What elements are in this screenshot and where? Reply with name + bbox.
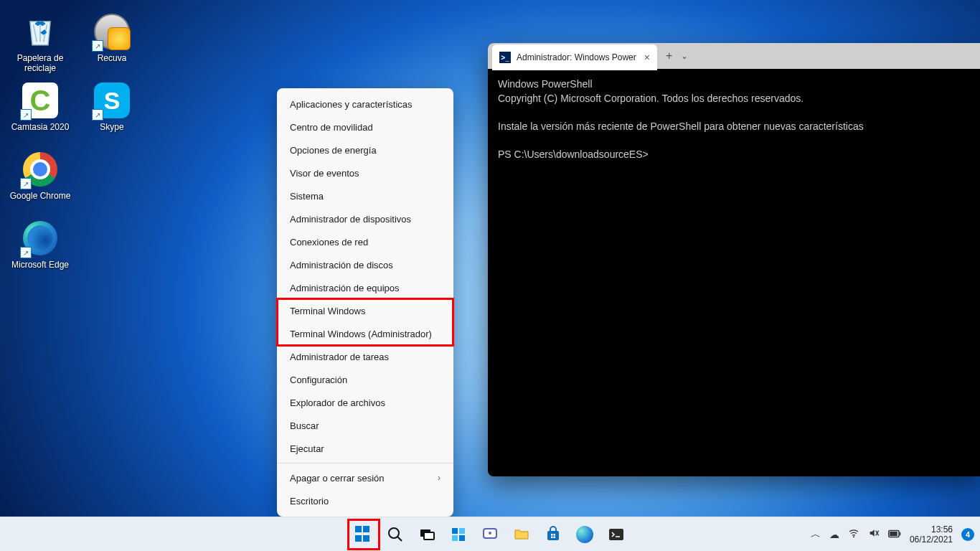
menu-label: Buscar xyxy=(290,420,319,431)
winx-item-settings[interactable]: Configuración xyxy=(277,368,453,391)
winx-menu: Aplicaciones y características Centro de… xyxy=(277,88,453,517)
desktop-icon-recuva[interactable]: ↗ Recuva xyxy=(76,7,148,76)
terminal-prompt: PS C:\Users\downloadsourceES> xyxy=(498,149,649,160)
desktop-icon-label: Camtasia 2020 xyxy=(11,122,70,132)
edge-icon xyxy=(576,526,593,543)
winx-item-disk-management[interactable]: Administración de discos xyxy=(277,253,453,276)
winx-item-power-options[interactable]: Opciones de energía xyxy=(277,138,453,161)
explorer-button[interactable] xyxy=(507,520,536,549)
camtasia-icon: C↗ xyxy=(20,80,60,121)
winx-item-event-viewer[interactable]: Visor de eventos xyxy=(277,161,453,184)
wifi-icon[interactable] xyxy=(848,527,859,541)
tray-overflow-icon[interactable]: ︿ xyxy=(811,528,821,541)
desktop-icon-label: Microsoft Edge xyxy=(11,260,69,270)
edge-icon: ↗ xyxy=(20,218,60,258)
battery-icon[interactable] xyxy=(888,529,901,540)
tab-dropdown-icon[interactable]: ⌄ xyxy=(681,51,688,61)
search-icon xyxy=(387,526,404,543)
start-button[interactable] xyxy=(349,520,378,549)
desktop-icon-label: Skype xyxy=(100,122,123,132)
svg-point-16 xyxy=(853,536,854,537)
desktop-icon-recycle-bin[interactable]: Papelera dereciclaje xyxy=(4,7,76,76)
menu-label: Terminal Windows (Administrador) xyxy=(290,329,432,339)
volume-icon[interactable] xyxy=(868,527,880,541)
recycle-bin-icon xyxy=(20,11,60,52)
winx-item-computer-management[interactable]: Administración de equipos xyxy=(277,276,453,299)
close-tab-icon[interactable]: × xyxy=(644,52,650,63)
menu-label: Terminal Windows xyxy=(290,306,365,316)
winx-item-device-manager[interactable]: Administrador de dispositivos xyxy=(277,207,453,230)
chevron-right-icon: › xyxy=(438,473,440,483)
winx-item-mobility[interactable]: Centro de movilidad xyxy=(277,116,453,138)
notification-badge[interactable]: 4 xyxy=(961,528,974,541)
terminal-titlebar[interactable]: >_ Administrador: Windows Power × + ⌄ xyxy=(488,43,980,69)
winx-item-network[interactable]: Conexiones de red xyxy=(277,230,453,253)
svg-rect-7 xyxy=(459,535,465,541)
terminal-body[interactable]: Windows PowerShell Copyright (C) Microso… xyxy=(488,69,980,171)
svg-rect-13 xyxy=(551,536,553,538)
desktop-icon-camtasia[interactable]: C↗ Camtasia 2020 xyxy=(4,76,76,145)
winx-item-file-explorer[interactable]: Explorador de archivos xyxy=(277,391,453,414)
shortcut-arrow-icon: ↗ xyxy=(92,40,103,52)
winx-item-terminal-admin[interactable]: Terminal Windows (Administrador) xyxy=(277,322,453,345)
winx-item-task-manager[interactable]: Administrador de tareas xyxy=(277,345,453,368)
edge-taskbar-button[interactable] xyxy=(570,520,599,549)
tray-date: 06/12/2021 xyxy=(910,534,953,545)
svg-rect-4 xyxy=(452,528,458,534)
taskview-button[interactable] xyxy=(413,520,441,549)
folder-icon xyxy=(513,526,530,543)
chat-icon xyxy=(481,526,499,543)
shortcut-arrow-icon: ↗ xyxy=(20,109,32,121)
terminal-tab-title: Administrador: Windows Power xyxy=(517,52,636,62)
tray-time: 13:56 xyxy=(910,524,953,534)
desktop-icon-label: Google Chrome xyxy=(10,191,71,201)
terminal-tab-actions: + ⌄ xyxy=(657,43,697,69)
terminal-taskbar-button[interactable] xyxy=(602,520,631,549)
menu-label: Apagar o cerrar sesión xyxy=(290,473,385,484)
svg-point-0 xyxy=(389,528,399,538)
winx-item-terminal[interactable]: Terminal Windows xyxy=(277,299,453,322)
winx-item-shutdown[interactable]: Apagar o cerrar sesión› xyxy=(277,466,453,489)
menu-label: Administración de equipos xyxy=(290,283,399,293)
desktop-icon-skype[interactable]: S↗ Skype xyxy=(76,76,148,145)
shortcut-arrow-icon: ↗ xyxy=(20,247,32,258)
desktop: Papelera dereciclaje ↗ Recuva C↗ Camtasi… xyxy=(0,0,980,551)
widgets-button[interactable] xyxy=(444,520,473,549)
winx-item-apps-features[interactable]: Aplicaciones y características xyxy=(277,93,453,116)
windows-logo-icon xyxy=(355,526,372,543)
terminal-tab[interactable]: >_ Administrador: Windows Power × xyxy=(492,44,657,70)
desktop-icon-chrome[interactable]: ↗ Google Chrome xyxy=(4,145,76,214)
store-button[interactable] xyxy=(539,520,567,549)
terminal-line: Copyright (C) Microsoft Corporation. Tod… xyxy=(498,93,804,104)
svg-rect-5 xyxy=(459,528,465,534)
terminal-window[interactable]: >_ Administrador: Windows Power × + ⌄ Wi… xyxy=(488,43,980,476)
winx-item-system[interactable]: Sistema xyxy=(277,184,453,207)
svg-rect-3 xyxy=(424,532,434,540)
onedrive-icon[interactable]: ☁ xyxy=(829,529,839,540)
winx-item-search[interactable]: Buscar xyxy=(277,414,453,437)
system-tray: ︿ ☁ 13:56 06/12/2021 4 xyxy=(811,524,974,545)
winx-item-desktop[interactable]: Escritorio xyxy=(277,489,453,512)
menu-separator xyxy=(277,463,453,463)
menu-label: Sistema xyxy=(290,191,324,202)
powershell-icon: >_ xyxy=(499,52,511,63)
menu-label: Administración de discos xyxy=(290,260,393,270)
svg-point-9 xyxy=(489,532,491,534)
search-button[interactable] xyxy=(381,520,410,549)
menu-label: Conexiones de red xyxy=(290,237,368,248)
svg-rect-20 xyxy=(900,532,901,535)
desktop-icon-edge[interactable]: ↗ Microsoft Edge xyxy=(4,214,76,283)
menu-label: Visor de eventos xyxy=(290,168,359,179)
store-icon xyxy=(545,526,562,543)
chat-button[interactable] xyxy=(476,520,504,549)
menu-label: Escritorio xyxy=(290,496,329,507)
clock[interactable]: 13:56 06/12/2021 xyxy=(910,524,953,545)
menu-label: Explorador de archivos xyxy=(290,397,385,408)
skype-icon: S↗ xyxy=(92,80,132,121)
svg-rect-21 xyxy=(890,532,897,536)
new-tab-icon[interactable]: + xyxy=(666,50,672,62)
desktop-icons: Papelera dereciclaje ↗ Recuva C↗ Camtasi… xyxy=(4,7,148,283)
menu-label: Administrador de dispositivos xyxy=(290,214,411,225)
svg-rect-6 xyxy=(452,535,458,541)
winx-item-run[interactable]: Ejecutar xyxy=(277,437,453,460)
